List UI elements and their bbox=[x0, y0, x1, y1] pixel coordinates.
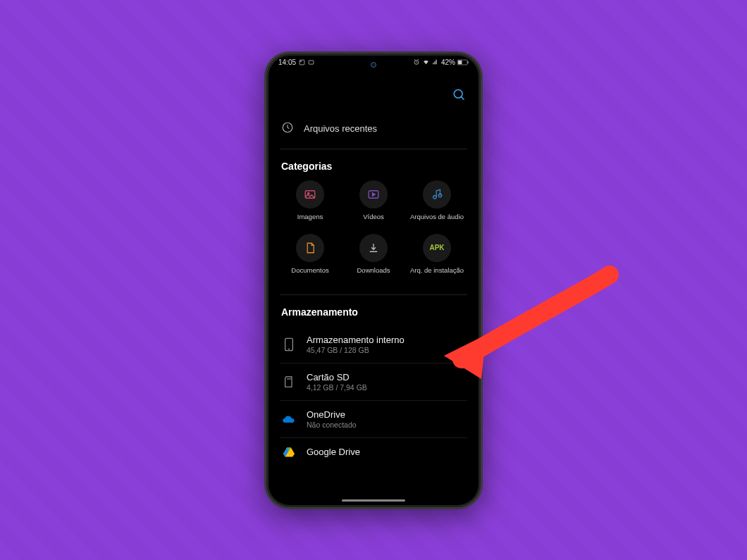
storage-internal[interactable]: Armazenamento interno 45,47 GB / 128 GB bbox=[280, 326, 467, 363]
category-label: Vídeos bbox=[363, 213, 384, 228]
category-label: Arquivos de áudio bbox=[410, 213, 464, 228]
category-label: Downloads bbox=[357, 266, 390, 282]
storage-item-sub: 4,12 GB / 7,94 GB bbox=[307, 383, 466, 392]
storage-item-title: Armazenamento interno bbox=[307, 335, 466, 345]
storage-item-sub: 45,47 GB / 128 GB bbox=[307, 346, 466, 354]
screenshot-indicator-icon bbox=[308, 59, 314, 66]
download-icon bbox=[359, 234, 388, 262]
navigation-handle[interactable] bbox=[342, 499, 405, 502]
storage-item-title: Google Drive bbox=[307, 447, 466, 457]
storage-list: Armazenamento interno 45,47 GB / 128 GB … bbox=[280, 326, 467, 459]
wifi-icon bbox=[422, 58, 430, 66]
storage-text: Cartão SD 4,12 GB / 7,94 GB bbox=[307, 372, 466, 392]
svg-rect-2 bbox=[309, 60, 314, 63]
category-downloads[interactable]: Downloads bbox=[343, 234, 404, 282]
category-audio[interactable]: Arquivos de áudio bbox=[407, 180, 467, 228]
status-right: 42% bbox=[413, 58, 469, 66]
onedrive-icon bbox=[281, 414, 297, 424]
svg-rect-0 bbox=[300, 60, 304, 65]
svg-point-1 bbox=[300, 61, 301, 61]
audio-icon bbox=[423, 180, 451, 209]
app-bar bbox=[268, 68, 479, 111]
image-icon bbox=[296, 180, 324, 209]
status-left: 14:05 bbox=[278, 58, 314, 66]
storage-gdrive[interactable]: Google Drive bbox=[280, 438, 467, 459]
category-videos[interactable]: Vídeos bbox=[343, 180, 404, 228]
categories-grid: Imagens Vídeos Arquivos de áudio bbox=[280, 180, 467, 295]
phone-screen: 14:05 bbox=[268, 56, 479, 505]
svg-point-7 bbox=[454, 89, 462, 98]
storage-text: Armazenamento interno 45,47 GB / 128 GB bbox=[307, 335, 466, 354]
sd-card-icon bbox=[281, 375, 297, 388]
clock-icon bbox=[281, 121, 294, 136]
category-label: Arq. de instalação bbox=[410, 266, 464, 282]
battery-icon bbox=[457, 59, 469, 66]
alarm-icon bbox=[413, 58, 420, 66]
status-time: 14:05 bbox=[278, 58, 296, 66]
gdrive-icon bbox=[281, 447, 297, 458]
categories-title: Categorias bbox=[280, 149, 467, 180]
svg-rect-14 bbox=[285, 338, 293, 350]
phone-inner: 14:05 bbox=[266, 54, 481, 507]
phone-frame: 14:05 bbox=[264, 51, 483, 509]
video-icon bbox=[359, 180, 388, 209]
storage-text: OneDrive Não conectado bbox=[307, 409, 466, 429]
recent-files-row[interactable]: Arquivos recentes bbox=[280, 111, 467, 149]
category-documents[interactable]: Documentos bbox=[280, 234, 340, 282]
storage-item-title: Cartão SD bbox=[307, 372, 466, 382]
phone-storage-icon bbox=[281, 337, 297, 351]
signal-icon bbox=[432, 58, 439, 66]
storage-onedrive[interactable]: OneDrive Não conectado bbox=[280, 401, 467, 438]
storage-item-sub: Não conectado bbox=[307, 421, 466, 429]
apk-icon: APK bbox=[423, 234, 451, 262]
document-icon bbox=[296, 234, 324, 262]
category-label: Imagens bbox=[297, 213, 323, 228]
gallery-indicator-icon bbox=[299, 59, 305, 66]
storage-item-title: OneDrive bbox=[307, 409, 466, 420]
battery-percent: 42% bbox=[441, 58, 455, 66]
storage-sd[interactable]: Cartão SD 4,12 GB / 7,94 GB bbox=[280, 363, 467, 401]
storage-title: Armazenamento bbox=[280, 295, 467, 326]
category-label: Documentos bbox=[291, 266, 328, 282]
category-images[interactable]: Imagens bbox=[280, 180, 340, 228]
category-apk[interactable]: APK Arq. de instalação bbox=[407, 234, 467, 282]
search-button[interactable] bbox=[452, 87, 466, 104]
svg-rect-5 bbox=[458, 60, 462, 63]
svg-rect-6 bbox=[467, 61, 468, 63]
recent-files-label: Arquivos recentes bbox=[304, 123, 377, 134]
content-area: Arquivos recentes Categorias Imagens bbox=[268, 111, 479, 459]
storage-text: Google Drive bbox=[307, 447, 466, 457]
camera-hole bbox=[371, 62, 376, 68]
